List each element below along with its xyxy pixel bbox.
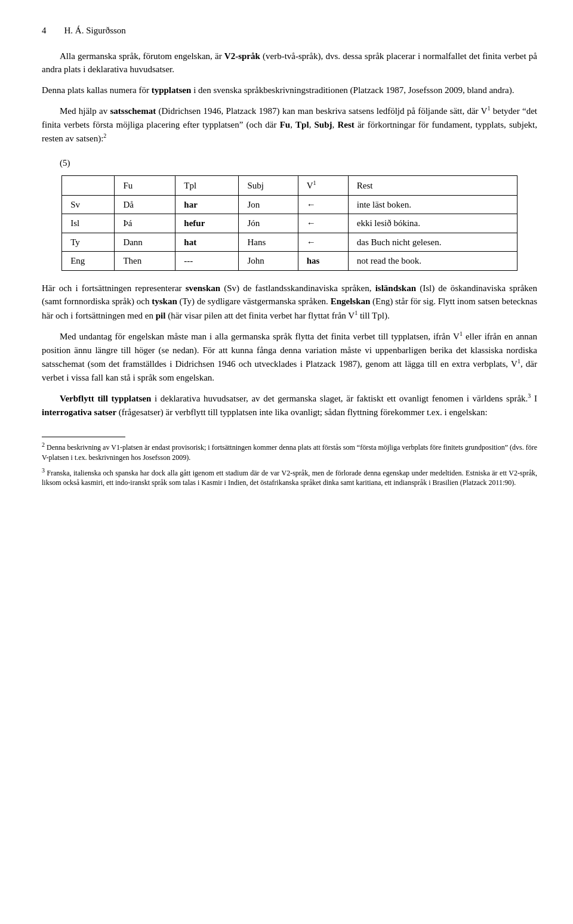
isl-tpl: hefur [175, 214, 239, 233]
pa-bold2: isländskan [375, 283, 416, 293]
ty-subj: Hans [239, 233, 298, 252]
paragraph-c: Verbflytt till typplatsen i deklarativa … [42, 391, 537, 419]
eng-subj: John [239, 252, 298, 271]
page-number: 4 [42, 24, 47, 38]
paragraph-1: Alla germanska språk, förutom engelskan,… [42, 50, 537, 76]
ty-tpl: hat [175, 233, 239, 252]
pa-text1: Här och i fortsättningen representerar [42, 283, 186, 293]
example-label: (5) [60, 156, 537, 170]
footnote-2: 2 Denna beskrivning av V1-platsen är end… [42, 441, 537, 463]
pc-text3: (frågesatser) är verbflytt till typplats… [116, 407, 487, 417]
th-tpl: Tpl [175, 176, 239, 196]
paragraph-2: Denna plats kallas numera för typplatsen… [42, 84, 537, 97]
page-header: 4 H. Á. Sigurðsson [42, 24, 537, 38]
footnote-3: 3 Franska, italienska och spanska har do… [42, 466, 537, 489]
pa-bold4: Engelskan [331, 296, 371, 306]
isl-arrow: ← [298, 214, 348, 233]
isl-rest: ekki lesið bókina. [348, 214, 517, 233]
sentence-table: Fu Tpl Subj V1 Rest Sv Då har Jon ← inte… [61, 175, 517, 271]
p1-text: Alla germanska språk, förutom engelskan,… [60, 51, 224, 61]
pa-bold3: tyskan [152, 296, 177, 306]
th-v1: V1 [298, 176, 348, 196]
isl-subj: Jón [239, 214, 298, 233]
sup-pb1: 1 [460, 330, 463, 337]
table-header-row: Fu Tpl Subj V1 Rest [62, 176, 517, 196]
author-name: H. Á. Sigurðsson [64, 24, 126, 38]
table-row: Ty Dann hat Hans ← das Buch nicht gelese… [62, 233, 517, 252]
example-label-text: (5) [60, 158, 70, 168]
table-row: Eng Then --- John has not read the book. [62, 252, 517, 271]
lang-eng: Eng [62, 252, 115, 271]
pa-text2: (Sv) de fastlandsskandinaviska språken, [220, 283, 375, 293]
lang-ty: Ty [62, 233, 115, 252]
th-rest: Rest [348, 176, 517, 196]
pa-text6: (här visar pilen att det finita verbet h… [165, 311, 389, 320]
pb-text1: Med undantag för engelskan måste man i a… [42, 332, 537, 382]
p3-intro: Med hjälp av [60, 106, 110, 116]
lang-sv: Sv [62, 195, 115, 214]
p2-text: Denna plats kallas numera för [42, 85, 152, 95]
pc-text2: I [531, 394, 537, 403]
paragraph-b: Med undantag för engelskan måste man i a… [42, 329, 537, 384]
pc-bold1: Verbflytt till typplatsen [60, 394, 151, 403]
sup-pa: 1 [355, 310, 358, 316]
p3-bold: satsschemat [110, 106, 156, 116]
sv-tpl: har [175, 195, 239, 214]
sup-pb2: 1 [517, 358, 520, 364]
table-row: Sv Då har Jon ← inte läst boken. [62, 195, 517, 214]
pc-bold2: interrogativa satser [42, 407, 116, 417]
ty-fu: Dann [115, 233, 175, 252]
table-row: Isl Þá hefur Jón ← ekki lesið bókina. [62, 214, 517, 233]
sv-arrow: ← [298, 195, 348, 214]
sv-rest: inte läst boken. [348, 195, 517, 214]
footnote-3-text: Franska, italienska och spanska har dock… [42, 469, 537, 487]
pa-text4: (Ty) de sydligare västgermanska språken. [177, 296, 331, 306]
eng-v1: has [298, 252, 348, 271]
sup2: 2 [103, 132, 106, 139]
sv-subj: Jon [239, 195, 298, 214]
eng-fu: Then [115, 252, 175, 271]
footnote-2-text: Denna beskrivning av V1-platsen är endas… [42, 443, 537, 462]
isl-fu: Þá [115, 214, 175, 233]
pa-bold1: svenskan [186, 283, 220, 293]
th-subj: Subj [239, 176, 298, 196]
p1-bold: V2-språk [224, 51, 260, 61]
p2-suffix: i den svenska språkbeskrivningstradition… [191, 85, 514, 95]
lang-isl: Isl [62, 214, 115, 233]
paragraph-3: Med hjälp av satsschemat (Didrichsen 194… [42, 104, 537, 146]
eng-rest: not read the book. [348, 252, 517, 271]
ty-arrow: ← [298, 233, 348, 252]
sup1: 1 [487, 105, 490, 112]
sv-fu: Då [115, 195, 175, 214]
paragraph-a: Här och i fortsättningen representerar s… [42, 282, 537, 323]
footnote-3-num: 3 [42, 467, 45, 474]
th-fu: Fu [115, 176, 175, 196]
th-empty [62, 176, 115, 196]
footnote-2-num: 2 [42, 441, 45, 448]
footnote-divider [42, 437, 125, 437]
ty-rest: das Buch nicht gelesen. [348, 233, 517, 252]
pa-bold5: pil [156, 311, 166, 320]
eng-tpl: --- [175, 252, 239, 271]
pc-text1: i deklarativa huvudsatser, av det german… [151, 394, 528, 403]
p2-bold: typplatsen [152, 85, 192, 95]
